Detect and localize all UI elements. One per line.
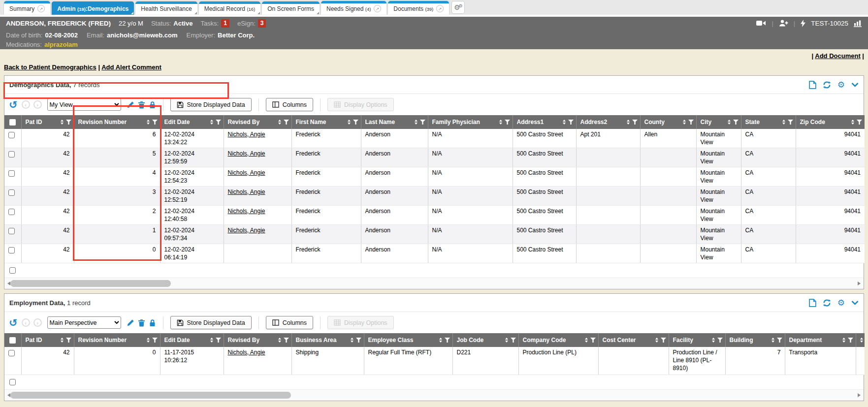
tab-health-surveillance[interactable]: Health Surveillance bbox=[135, 1, 197, 15]
column-header-h[interactable]: H bbox=[856, 333, 865, 347]
column-header-edit-date[interactable]: Edit Date bbox=[160, 333, 224, 347]
column-header-address1[interactable]: Address1 bbox=[513, 115, 576, 129]
esign-badge[interactable]: 3 bbox=[258, 19, 266, 28]
column-header-state[interactable]: State bbox=[741, 115, 796, 129]
filter-icon[interactable] bbox=[777, 338, 782, 343]
row-checkbox[interactable] bbox=[8, 247, 15, 253]
column-header-cost-center[interactable]: Cost Center bbox=[598, 333, 669, 347]
column-header-employee-class[interactable]: Employee Class bbox=[364, 333, 452, 347]
row-checkbox[interactable] bbox=[9, 379, 16, 385]
column-header-last-name[interactable]: Last Name bbox=[361, 115, 428, 129]
view-select[interactable]: Main Perspective bbox=[47, 316, 121, 329]
column-header-pat-id[interactable]: Pat ID bbox=[21, 115, 74, 129]
column-header-first-name[interactable]: First Name bbox=[291, 115, 361, 129]
select-all-checkbox[interactable] bbox=[4, 115, 21, 129]
undo-icon[interactable]: ↺ bbox=[9, 317, 18, 328]
column-header-address2[interactable]: Address2 bbox=[576, 115, 640, 129]
column-header-revised-by[interactable]: Revised By bbox=[224, 333, 291, 347]
filter-icon[interactable] bbox=[353, 120, 358, 125]
store-displayed-data-button[interactable]: Store Displayed Data bbox=[170, 316, 252, 329]
sort-icon[interactable] bbox=[505, 338, 508, 343]
nav-back-icon[interactable]: ‹ bbox=[22, 318, 30, 327]
column-header-department[interactable]: Department bbox=[785, 333, 856, 347]
row-checkbox[interactable] bbox=[8, 151, 15, 157]
row-checkbox[interactable] bbox=[8, 189, 15, 196]
filter-icon[interactable] bbox=[152, 120, 158, 125]
filter-icon[interactable] bbox=[505, 120, 510, 125]
filter-icon[interactable] bbox=[284, 338, 289, 343]
filter-icon[interactable] bbox=[216, 120, 221, 125]
column-header-family-physician[interactable]: Family Physician bbox=[428, 115, 513, 129]
nav-forward-icon[interactable]: › bbox=[33, 100, 42, 109]
columns-button[interactable]: Columns bbox=[266, 316, 313, 329]
lightning-icon[interactable] bbox=[801, 20, 805, 27]
external-link-icon[interactable]: ↗ bbox=[374, 5, 381, 12]
external-link-icon[interactable]: ↗ bbox=[37, 5, 45, 12]
sort-icon[interactable] bbox=[348, 120, 351, 125]
horizontal-scrollbar[interactable] bbox=[4, 390, 864, 401]
external-link-icon[interactable]: ↗ bbox=[436, 5, 444, 12]
filter-icon[interactable] bbox=[356, 338, 361, 343]
sort-icon[interactable] bbox=[860, 338, 863, 343]
filter-icon[interactable] bbox=[688, 120, 694, 125]
filter-icon[interactable] bbox=[717, 338, 723, 343]
lock-view-icon[interactable] bbox=[149, 101, 156, 109]
video-camera-icon[interactable] bbox=[756, 20, 766, 26]
sort-icon[interactable] bbox=[61, 338, 64, 343]
sort-icon[interactable] bbox=[210, 338, 213, 343]
section-settings-gear-icon[interactable]: ⚙ bbox=[837, 81, 845, 89]
sort-icon[interactable] bbox=[772, 338, 774, 343]
column-header-job-code[interactable]: Job Code bbox=[452, 333, 518, 347]
delete-view-trash-icon[interactable] bbox=[138, 319, 145, 327]
filter-icon[interactable] bbox=[66, 120, 71, 125]
row-checkbox[interactable] bbox=[8, 350, 15, 356]
collapse-chevron-icon[interactable] bbox=[851, 82, 859, 87]
sort-icon[interactable] bbox=[210, 120, 213, 125]
new-document-icon[interactable] bbox=[809, 299, 816, 307]
sort-icon[interactable] bbox=[351, 338, 354, 343]
add-person-icon[interactable] bbox=[779, 20, 788, 27]
filter-icon[interactable] bbox=[590, 338, 596, 343]
lock-view-icon[interactable] bbox=[149, 319, 156, 327]
filter-icon[interactable] bbox=[788, 120, 793, 125]
scrollbar-thumb[interactable] bbox=[10, 392, 291, 399]
sort-icon[interactable] bbox=[147, 120, 150, 125]
sort-icon[interactable] bbox=[782, 120, 785, 125]
columns-button[interactable]: Columns bbox=[266, 98, 313, 111]
sort-icon[interactable] bbox=[147, 338, 150, 343]
sort-icon[interactable] bbox=[278, 120, 281, 125]
tasks-badge[interactable]: 1 bbox=[221, 19, 229, 28]
tab-admin[interactable]: Admin (19):Demographics bbox=[52, 1, 134, 15]
edit-view-pencil-icon[interactable] bbox=[127, 101, 134, 109]
section-settings-gear-icon[interactable]: ⚙ bbox=[837, 299, 845, 307]
filter-icon[interactable] bbox=[216, 338, 221, 343]
nav-back-icon[interactable]: ‹ bbox=[22, 100, 30, 109]
filter-icon[interactable] bbox=[511, 338, 516, 343]
column-header-county[interactable]: County bbox=[640, 115, 696, 129]
collapse-chevron-icon[interactable] bbox=[851, 300, 859, 305]
filter-icon[interactable] bbox=[66, 338, 71, 343]
column-header-zip-code[interactable]: Zip Code bbox=[796, 115, 865, 129]
scrollbar-thumb[interactable] bbox=[10, 280, 171, 287]
revised-by-link[interactable]: Nichols, Angie bbox=[228, 131, 265, 138]
sort-icon[interactable] bbox=[563, 120, 566, 125]
new-document-icon[interactable] bbox=[809, 81, 816, 89]
tab-summary[interactable]: Summary↗ bbox=[4, 1, 50, 15]
filter-icon[interactable] bbox=[568, 120, 574, 125]
chart-icon[interactable] bbox=[854, 20, 862, 27]
back-to-demographics-link[interactable]: Back to Patient Demographics bbox=[4, 63, 96, 71]
column-header-revision-number[interactable]: Revision Number bbox=[74, 333, 160, 347]
sort-icon[interactable] bbox=[439, 338, 442, 343]
revised-by-link[interactable]: Nichols, Angie bbox=[228, 227, 265, 234]
revised-by-link[interactable]: Nichols, Angie bbox=[228, 208, 265, 215]
store-displayed-data-button[interactable]: Store Displayed Data bbox=[170, 98, 252, 111]
revised-by-link[interactable]: Nichols, Angie bbox=[228, 188, 265, 195]
filter-icon[interactable] bbox=[152, 338, 158, 343]
tab-documents[interactable]: Documents (39)↗ bbox=[388, 1, 449, 15]
row-checkbox[interactable] bbox=[8, 228, 15, 234]
column-header-revision-number[interactable]: Revision Number bbox=[74, 115, 160, 129]
row-checkbox[interactable] bbox=[8, 209, 15, 215]
column-header-company-code[interactable]: Company Code bbox=[518, 333, 598, 347]
sort-icon[interactable] bbox=[278, 338, 281, 343]
sort-icon[interactable] bbox=[655, 338, 658, 343]
